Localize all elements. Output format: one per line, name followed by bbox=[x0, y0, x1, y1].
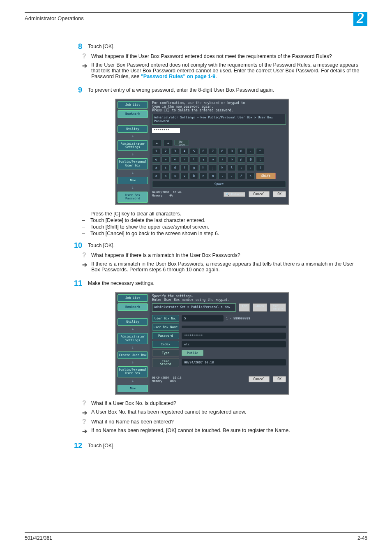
key-g[interactable]: g bbox=[190, 164, 198, 171]
new-btn[interactable]: New bbox=[118, 385, 148, 392]
ok-button[interactable]: OK bbox=[273, 376, 286, 382]
key-,[interactable]: , bbox=[218, 173, 226, 179]
key-f[interactable]: f bbox=[180, 164, 189, 171]
key-t[interactable]: t bbox=[190, 156, 198, 163]
left-arrow-key[interactable]: ← bbox=[152, 140, 162, 146]
key--[interactable]: - bbox=[247, 148, 255, 155]
key-i[interactable]: i bbox=[218, 156, 226, 163]
step-number-8: 8 bbox=[66, 42, 88, 51]
step-8-question: What happens if the User Box Password en… bbox=[91, 53, 363, 60]
key-h[interactable]: h bbox=[199, 164, 208, 171]
status-datetime: 04/02/2007 16:44 Memory 0% bbox=[152, 191, 182, 197]
key-o[interactable]: o bbox=[228, 156, 236, 163]
utility-btn[interactable]: Utility bbox=[118, 125, 148, 133]
step-11-question-1: What if a User Box No. is duplicated? bbox=[91, 400, 363, 407]
key-3[interactable]: 3 bbox=[171, 148, 179, 155]
delete-key[interactable]: De- lete bbox=[174, 140, 189, 146]
password-value[interactable]: ********** bbox=[182, 333, 286, 339]
question-icon: ? bbox=[82, 252, 86, 259]
key-/[interactable]: / bbox=[237, 173, 245, 179]
bookmark-btn[interactable]: Bookmark bbox=[118, 303, 148, 311]
shift-key[interactable]: Shift bbox=[256, 173, 276, 179]
key-p[interactable]: p bbox=[237, 156, 245, 163]
key-u[interactable]: u bbox=[209, 156, 217, 163]
create-userbox-btn[interactable]: Create User Box bbox=[118, 352, 148, 359]
key-a[interactable]: a bbox=[152, 164, 160, 171]
key-\[interactable]: \ bbox=[247, 173, 255, 179]
userbox-name-label[interactable]: User Box Name bbox=[152, 324, 179, 331]
key-n[interactable]: n bbox=[199, 173, 208, 179]
job-list-btn[interactable]: Job List bbox=[118, 294, 148, 302]
step-11-answer-1: A User Box No. that has been registered … bbox=[91, 409, 363, 416]
cancel-button[interactable]: Cancel bbox=[249, 191, 270, 197]
key-;[interactable]: ; bbox=[237, 164, 245, 171]
footer-page: 2-45 bbox=[357, 535, 367, 541]
key-^[interactable]: ^ bbox=[256, 148, 264, 155]
key-0[interactable]: 0 bbox=[237, 148, 245, 155]
right-arrow-key[interactable]: → bbox=[163, 140, 173, 146]
key-[[interactable]: [ bbox=[256, 156, 264, 163]
key-m[interactable]: m bbox=[209, 173, 217, 179]
key-d[interactable]: d bbox=[171, 164, 179, 171]
key-e[interactable]: e bbox=[171, 156, 179, 163]
forward-button[interactable]: For- ward → bbox=[270, 303, 286, 312]
arrow-icon: ➔ bbox=[82, 409, 88, 416]
public-personal-userbox-btn[interactable]: Public/Personal User Box bbox=[118, 158, 148, 169]
index-label[interactable]: Index bbox=[152, 341, 179, 348]
enlarge-btn[interactable]: 🔍 Enlarge bbox=[224, 192, 245, 197]
key-r[interactable]: r bbox=[180, 156, 189, 163]
userbox-no-value[interactable]: 5 bbox=[182, 315, 224, 321]
key-.[interactable]: . bbox=[228, 173, 236, 179]
key-][interactable]: ] bbox=[256, 164, 264, 171]
utility-btn[interactable]: Utility bbox=[118, 318, 148, 326]
back-button[interactable]: ←Back bbox=[253, 303, 267, 312]
key-c[interactable]: c bbox=[171, 173, 179, 179]
key-x[interactable]: x bbox=[161, 173, 170, 179]
password-rules-link[interactable]: "Password Rules" on page 1-9 bbox=[141, 74, 215, 79]
arrow-icon: ➔ bbox=[82, 62, 88, 69]
down-arrow-icon: ↓ bbox=[118, 171, 148, 174]
key-4[interactable]: 4 bbox=[180, 148, 189, 155]
new-btn[interactable]: New bbox=[118, 177, 148, 184]
key-v[interactable]: v bbox=[180, 173, 189, 179]
key-j[interactable]: j bbox=[209, 164, 217, 171]
step-9-text: To prevent entry of a wrong password, en… bbox=[88, 86, 367, 95]
admin-settings-btn[interactable]: Administrator Settings bbox=[118, 140, 148, 151]
key-8[interactable]: 8 bbox=[218, 148, 226, 155]
space-key[interactable]: Space bbox=[152, 181, 286, 187]
key-y[interactable]: y bbox=[199, 156, 208, 163]
password-label[interactable]: Password bbox=[152, 332, 179, 339]
key-7[interactable]: 7 bbox=[209, 148, 217, 155]
userbox-password-btn[interactable]: User Box Password bbox=[118, 192, 148, 203]
key-s[interactable]: s bbox=[161, 164, 170, 171]
key-:[interactable]: : bbox=[247, 164, 255, 171]
key-b[interactable]: b bbox=[190, 173, 198, 179]
userbox-no-label[interactable]: User Box No. bbox=[152, 315, 179, 322]
ok-button[interactable]: OK bbox=[273, 191, 286, 197]
type-public-btn[interactable]: Public bbox=[182, 350, 203, 356]
instruction-line-1: Specify the settings. bbox=[152, 294, 286, 298]
key-5[interactable]: 5 bbox=[190, 148, 198, 155]
key-@[interactable]: @ bbox=[247, 156, 255, 163]
key-2[interactable]: 2 bbox=[161, 148, 170, 155]
public-personal-userbox-btn[interactable]: Public/Personal User Box bbox=[118, 366, 148, 377]
cancel-button[interactable]: Cancel bbox=[249, 376, 270, 382]
key-q[interactable]: q bbox=[152, 156, 160, 163]
password-input[interactable]: ******** bbox=[152, 128, 180, 133]
index-value[interactable]: etc bbox=[182, 341, 286, 347]
bookmark-btn[interactable]: Bookmark bbox=[118, 110, 148, 118]
key-k[interactable]: k bbox=[218, 164, 226, 171]
key-z[interactable]: z bbox=[152, 173, 160, 179]
key-9[interactable]: 9 bbox=[228, 148, 236, 155]
step-8-answer: If the User Box Password entered does no… bbox=[91, 62, 363, 79]
key-w[interactable]: w bbox=[161, 156, 170, 163]
userbox-name-value[interactable] bbox=[182, 326, 286, 328]
password-confirm-screen: Job List Bookmark Utility ↓ Administrato… bbox=[115, 99, 289, 205]
admin-settings-btn[interactable]: Administrator Settings bbox=[118, 333, 148, 344]
userbox-no-range: 1 - 999999999 bbox=[226, 317, 250, 320]
key-l[interactable]: l bbox=[228, 164, 236, 171]
key-6[interactable]: 6 bbox=[199, 148, 208, 155]
job-list-btn[interactable]: Job List bbox=[118, 101, 148, 109]
key-1[interactable]: 1 bbox=[152, 148, 160, 155]
instruction-line-2: type in the new password again. bbox=[152, 105, 286, 109]
